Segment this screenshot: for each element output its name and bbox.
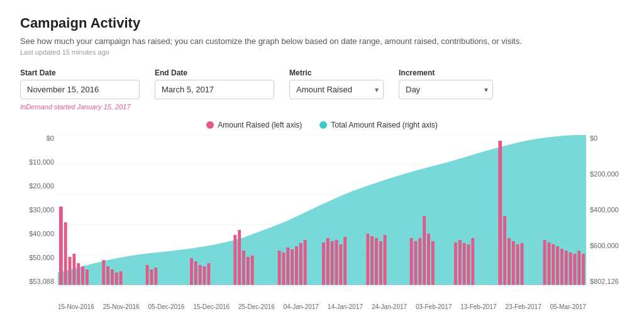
legend-dot-left bbox=[206, 121, 214, 129]
last-updated: Last updated 15 minutes ago bbox=[20, 48, 624, 56]
bar-43 bbox=[384, 235, 387, 285]
bar-68 bbox=[577, 251, 580, 285]
chart-legend: Amount Raised (left axis) Total Amount R… bbox=[20, 121, 624, 129]
y-left-50000: $50,000 bbox=[29, 254, 54, 261]
bar-65 bbox=[565, 251, 568, 285]
bar-66 bbox=[569, 252, 572, 285]
bar-48 bbox=[427, 234, 430, 285]
y-right-400k: $400,000 bbox=[590, 206, 619, 214]
bar-44 bbox=[410, 238, 413, 285]
y-axis-left: $53,088 $50,000 $40,000 $30,000 $20,000 … bbox=[20, 134, 57, 285]
increment-select-wrapper: Day Week Month bbox=[399, 80, 493, 99]
end-date-group: End Date bbox=[155, 68, 274, 99]
bar-6 bbox=[81, 266, 84, 285]
bar-spike bbox=[498, 141, 502, 285]
bar-4 bbox=[72, 254, 75, 285]
bar-19 bbox=[203, 266, 206, 285]
bar-17 bbox=[194, 261, 197, 285]
metric-label: Metric bbox=[289, 68, 384, 77]
bar-55 bbox=[503, 216, 506, 285]
x-label-9: 13-Feb-2017 bbox=[460, 303, 496, 310]
bar-61 bbox=[547, 242, 550, 285]
start-date-group: Start Date bbox=[20, 68, 140, 99]
end-date-input[interactable] bbox=[155, 80, 274, 99]
bar-3 bbox=[69, 257, 72, 285]
increment-group: Increment Day Week Month bbox=[399, 68, 493, 99]
x-label-4: 25-Dec-2016 bbox=[238, 303, 275, 310]
bar-12 bbox=[119, 271, 123, 285]
y-left-20000: $20,000 bbox=[29, 182, 54, 190]
x-axis: 15-Nov-2016 25-Nov-2016 05-Dec-2016 15-D… bbox=[58, 303, 586, 310]
bar-50 bbox=[454, 242, 457, 285]
increment-label: Increment bbox=[399, 68, 493, 77]
metric-select[interactable]: Amount Raised Contributions Visits bbox=[289, 80, 384, 99]
bar-23 bbox=[242, 251, 245, 285]
bar-7 bbox=[86, 269, 89, 285]
bar-25 bbox=[251, 256, 254, 285]
increment-select[interactable]: Day Week Month bbox=[399, 80, 493, 99]
y-right-200k: $200,000 bbox=[590, 170, 619, 178]
bar-8 bbox=[102, 260, 105, 285]
bar-29 bbox=[291, 249, 294, 285]
bar-37 bbox=[339, 244, 342, 285]
start-date-label: Start Date bbox=[20, 68, 140, 77]
bar-53 bbox=[467, 244, 470, 285]
end-date-label: End Date bbox=[155, 68, 274, 77]
bar-39 bbox=[366, 234, 369, 285]
bar-30 bbox=[295, 246, 298, 285]
bar-21 bbox=[233, 235, 236, 285]
bar-35 bbox=[331, 241, 334, 285]
bar-34 bbox=[326, 238, 330, 285]
bar-24 bbox=[247, 257, 250, 285]
chart-svg bbox=[58, 134, 586, 285]
bar-62 bbox=[552, 244, 555, 285]
chart-container: $53,088 $50,000 $40,000 $30,000 $20,000 … bbox=[20, 134, 624, 310]
page-title: Campaign Activity bbox=[20, 15, 624, 31]
bar-63 bbox=[556, 246, 559, 285]
bar-60 bbox=[543, 240, 547, 285]
bar-46 bbox=[418, 238, 421, 285]
y-axis-right: $802,126 $600,000 $400,000 $200,000 $0 bbox=[587, 134, 624, 285]
bar-13 bbox=[146, 265, 149, 285]
y-right-0: $0 bbox=[590, 134, 597, 142]
bar-9 bbox=[106, 266, 109, 285]
filters-row: Start Date End Date Metric Amount Raised… bbox=[20, 68, 624, 99]
bar-28 bbox=[286, 247, 289, 285]
x-label-11: 05-Mar-2017 bbox=[550, 303, 586, 310]
y-right-600k: $600,000 bbox=[590, 242, 619, 249]
bar-58 bbox=[516, 244, 519, 285]
x-label-0: 15-Nov-2016 bbox=[58, 303, 94, 310]
y-left-40000: $40,000 bbox=[29, 230, 54, 237]
bar-32 bbox=[304, 240, 307, 285]
y-left-30000: $30,000 bbox=[29, 206, 54, 214]
bar-33 bbox=[322, 242, 325, 285]
y-left-max: $53,088 bbox=[29, 278, 54, 285]
bar-20 bbox=[207, 263, 210, 285]
x-label-2: 05-Dec-2016 bbox=[148, 303, 185, 310]
bar-64 bbox=[560, 249, 564, 285]
start-date-input[interactable] bbox=[20, 80, 140, 99]
chart-svg-area bbox=[58, 134, 586, 285]
x-label-10: 23-Feb-2017 bbox=[505, 303, 541, 310]
bar-45 bbox=[414, 241, 418, 285]
x-label-1: 25-Nov-2016 bbox=[103, 303, 140, 310]
bar-11 bbox=[115, 273, 118, 285]
legend-left: Amount Raised (left axis) bbox=[206, 121, 302, 129]
bar-22 bbox=[238, 230, 241, 285]
y-left-0: $0 bbox=[47, 134, 54, 142]
x-label-7: 24-Jan-2017 bbox=[372, 303, 407, 310]
bar-5 bbox=[77, 263, 80, 285]
bar-57 bbox=[512, 241, 515, 285]
bar-52 bbox=[463, 243, 466, 285]
bar-38 bbox=[343, 237, 347, 285]
bar-1 bbox=[59, 207, 63, 285]
x-label-6: 14-Jan-2017 bbox=[328, 303, 363, 310]
bar-47 bbox=[423, 216, 426, 285]
legend-dot-right bbox=[319, 121, 327, 129]
bar-49 bbox=[431, 241, 435, 285]
bar-56 bbox=[508, 238, 511, 285]
bar-42 bbox=[379, 241, 382, 285]
bar-31 bbox=[299, 243, 303, 285]
bar-40 bbox=[370, 236, 374, 285]
metric-group: Metric Amount Raised Contributions Visit… bbox=[289, 68, 384, 99]
